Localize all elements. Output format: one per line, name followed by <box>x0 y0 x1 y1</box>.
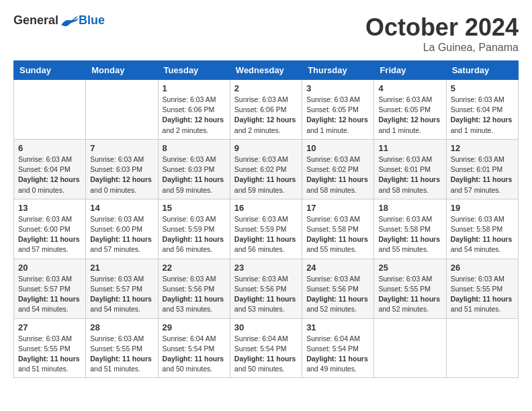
calendar-week-3: 13Sunrise: 6:03 AMSunset: 6:00 PMDayligh… <box>14 199 519 259</box>
day-number: 6 <box>18 143 81 153</box>
day-number: 15 <box>163 203 226 213</box>
calendar-cell: 6Sunrise: 6:03 AMSunset: 6:04 PMDaylight… <box>14 139 86 199</box>
cell-content: Sunrise: 6:03 AMSunset: 6:06 PMDaylight:… <box>163 95 226 136</box>
calendar-cell: 18Sunrise: 6:03 AMSunset: 5:58 PMDayligh… <box>374 199 446 259</box>
calendar-cell: 17Sunrise: 6:03 AMSunset: 5:58 PMDayligh… <box>302 199 374 259</box>
calendar-cell: 3Sunrise: 6:03 AMSunset: 6:05 PMDaylight… <box>302 80 374 140</box>
calendar-cell: 31Sunrise: 6:04 AMSunset: 5:54 PMDayligh… <box>302 318 374 378</box>
day-number: 7 <box>90 143 153 153</box>
cell-content: Sunrise: 6:03 AMSunset: 5:58 PMDaylight:… <box>306 214 369 255</box>
cell-content: Sunrise: 6:03 AMSunset: 6:00 PMDaylight:… <box>18 214 81 255</box>
day-number: 27 <box>18 322 81 332</box>
column-header-saturday: Saturday <box>446 61 518 80</box>
calendar-week-4: 20Sunrise: 6:03 AMSunset: 5:57 PMDayligh… <box>14 259 519 318</box>
calendar-week-2: 6Sunrise: 6:03 AMSunset: 6:04 PMDaylight… <box>14 139 519 199</box>
calendar-cell: 7Sunrise: 6:03 AMSunset: 6:03 PMDaylight… <box>86 139 158 199</box>
cell-content: Sunrise: 6:03 AMSunset: 5:56 PMDaylight:… <box>234 274 298 315</box>
logo-bird-icon <box>60 14 79 28</box>
calendar-cell: 28Sunrise: 6:03 AMSunset: 5:55 PMDayligh… <box>86 318 158 378</box>
cell-content: Sunrise: 6:03 AMSunset: 6:03 PMDaylight:… <box>90 154 153 195</box>
day-number: 8 <box>163 143 226 153</box>
calendar-cell: 22Sunrise: 6:03 AMSunset: 5:56 PMDayligh… <box>158 259 230 318</box>
calendar-cell: 13Sunrise: 6:03 AMSunset: 6:00 PMDayligh… <box>14 199 86 259</box>
day-number: 21 <box>90 263 153 273</box>
cell-content: Sunrise: 6:04 AMSunset: 5:54 PMDaylight:… <box>163 334 226 375</box>
calendar-cell: 9Sunrise: 6:03 AMSunset: 6:02 PMDaylight… <box>230 139 302 199</box>
cell-content: Sunrise: 6:03 AMSunset: 6:04 PMDaylight:… <box>18 154 81 195</box>
day-number: 20 <box>18 263 81 273</box>
cell-content: Sunrise: 6:03 AMSunset: 5:59 PMDaylight:… <box>163 214 226 255</box>
calendar-cell: 10Sunrise: 6:03 AMSunset: 6:02 PMDayligh… <box>302 139 374 199</box>
day-number: 18 <box>378 203 441 213</box>
cell-content: Sunrise: 6:04 AMSunset: 5:54 PMDaylight:… <box>306 334 369 375</box>
day-number: 11 <box>378 143 441 153</box>
day-number: 3 <box>306 83 369 93</box>
logo: General Blue <box>13 13 105 28</box>
logo-blue: Blue <box>79 13 105 28</box>
page-header: General Blue October 2024 La Guinea, Pan… <box>13 13 519 54</box>
calendar-cell: 12Sunrise: 6:03 AMSunset: 6:01 PMDayligh… <box>446 139 518 199</box>
column-header-tuesday: Tuesday <box>158 61 230 80</box>
cell-content: Sunrise: 6:03 AMSunset: 5:55 PMDaylight:… <box>378 274 441 315</box>
cell-content: Sunrise: 6:03 AMSunset: 5:55 PMDaylight:… <box>90 334 153 375</box>
cell-content: Sunrise: 6:03 AMSunset: 6:03 PMDaylight:… <box>163 154 226 195</box>
calendar-cell: 21Sunrise: 6:03 AMSunset: 5:57 PMDayligh… <box>86 259 158 318</box>
day-number: 2 <box>234 83 298 93</box>
cell-content: Sunrise: 6:03 AMSunset: 5:57 PMDaylight:… <box>18 274 81 315</box>
calendar-cell: 23Sunrise: 6:03 AMSunset: 5:56 PMDayligh… <box>230 259 302 318</box>
calendar-cell: 8Sunrise: 6:03 AMSunset: 6:03 PMDaylight… <box>158 139 230 199</box>
cell-content: Sunrise: 6:03 AMSunset: 5:58 PMDaylight:… <box>378 214 441 255</box>
title-section: October 2024 La Guinea, Panama <box>365 13 519 54</box>
calendar-cell: 25Sunrise: 6:03 AMSunset: 5:55 PMDayligh… <box>374 259 446 318</box>
cell-content: Sunrise: 6:03 AMSunset: 6:02 PMDaylight:… <box>234 154 298 195</box>
cell-content: Sunrise: 6:04 AMSunset: 5:54 PMDaylight:… <box>234 334 298 375</box>
column-header-sunday: Sunday <box>14 61 86 80</box>
calendar-cell: 11Sunrise: 6:03 AMSunset: 6:01 PMDayligh… <box>374 139 446 199</box>
calendar-cell: 19Sunrise: 6:03 AMSunset: 5:58 PMDayligh… <box>446 199 518 259</box>
cell-content: Sunrise: 6:03 AMSunset: 6:05 PMDaylight:… <box>378 95 441 136</box>
day-number: 22 <box>163 263 226 273</box>
column-header-monday: Monday <box>86 61 158 80</box>
day-number: 5 <box>451 83 514 93</box>
calendar-cell: 29Sunrise: 6:04 AMSunset: 5:54 PMDayligh… <box>158 318 230 378</box>
calendar-cell: 16Sunrise: 6:03 AMSunset: 5:59 PMDayligh… <box>230 199 302 259</box>
cell-content: Sunrise: 6:03 AMSunset: 5:55 PMDaylight:… <box>18 334 81 375</box>
cell-content: Sunrise: 6:03 AMSunset: 5:59 PMDaylight:… <box>234 214 298 255</box>
calendar-cell <box>86 80 158 140</box>
calendar-cell <box>446 318 518 378</box>
calendar-cell: 15Sunrise: 6:03 AMSunset: 5:59 PMDayligh… <box>158 199 230 259</box>
column-header-wednesday: Wednesday <box>230 61 302 80</box>
cell-content: Sunrise: 6:03 AMSunset: 5:57 PMDaylight:… <box>90 274 153 315</box>
day-number: 12 <box>451 143 514 153</box>
cell-content: Sunrise: 6:03 AMSunset: 5:58 PMDaylight:… <box>451 214 514 255</box>
month-title: October 2024 <box>365 13 519 42</box>
column-header-thursday: Thursday <box>302 61 374 80</box>
cell-content: Sunrise: 6:03 AMSunset: 6:00 PMDaylight:… <box>90 214 153 255</box>
calendar-cell: 1Sunrise: 6:03 AMSunset: 6:06 PMDaylight… <box>158 80 230 140</box>
day-number: 9 <box>234 143 298 153</box>
day-number: 17 <box>306 203 369 213</box>
calendar-cell: 14Sunrise: 6:03 AMSunset: 6:00 PMDayligh… <box>86 199 158 259</box>
calendar-week-5: 27Sunrise: 6:03 AMSunset: 5:55 PMDayligh… <box>14 318 519 378</box>
calendar-cell: 24Sunrise: 6:03 AMSunset: 5:56 PMDayligh… <box>302 259 374 318</box>
calendar-cell: 26Sunrise: 6:03 AMSunset: 5:55 PMDayligh… <box>446 259 518 318</box>
cell-content: Sunrise: 6:03 AMSunset: 6:06 PMDaylight:… <box>234 95 298 136</box>
calendar-cell: 5Sunrise: 6:03 AMSunset: 6:04 PMDaylight… <box>446 80 518 140</box>
cell-content: Sunrise: 6:03 AMSunset: 5:56 PMDaylight:… <box>306 274 369 315</box>
day-number: 31 <box>306 322 369 332</box>
cell-content: Sunrise: 6:03 AMSunset: 5:55 PMDaylight:… <box>451 274 514 315</box>
calendar-table: SundayMondayTuesdayWednesdayThursdayFrid… <box>13 60 519 378</box>
logo-general: General <box>13 13 58 28</box>
day-number: 13 <box>18 203 81 213</box>
column-header-friday: Friday <box>374 61 446 80</box>
cell-content: Sunrise: 6:03 AMSunset: 6:04 PMDaylight:… <box>451 95 514 136</box>
cell-content: Sunrise: 6:03 AMSunset: 6:01 PMDaylight:… <box>451 154 514 195</box>
cell-content: Sunrise: 6:03 AMSunset: 6:01 PMDaylight:… <box>378 154 441 195</box>
day-number: 28 <box>90 322 153 332</box>
day-number: 29 <box>163 322 226 332</box>
day-number: 4 <box>378 83 441 93</box>
day-number: 30 <box>234 322 298 332</box>
calendar-cell: 27Sunrise: 6:03 AMSunset: 5:55 PMDayligh… <box>14 318 86 378</box>
cell-content: Sunrise: 6:03 AMSunset: 6:02 PMDaylight:… <box>306 154 369 195</box>
day-number: 25 <box>378 263 441 273</box>
